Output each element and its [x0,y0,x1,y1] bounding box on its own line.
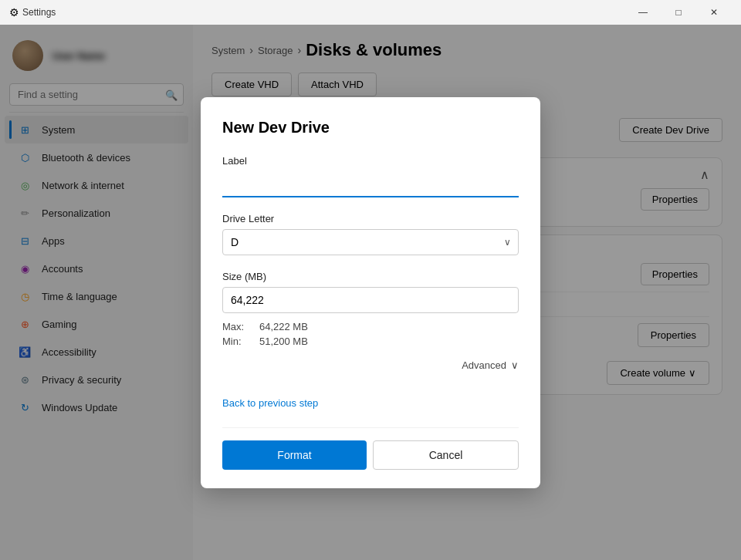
chevron-down-icon: ∨ [511,359,519,371]
back-link[interactable]: Back to previous step [222,397,318,409]
dialog-title: New Dev Drive [222,119,519,137]
drive-letter-wrapper: C D E F G ∨ [222,229,519,255]
dialog-overlay: New Dev Drive Label Drive Letter C D E F… [0,25,741,560]
minimize-button[interactable]: — [625,0,661,25]
title-bar: ⚙ Settings — □ ✕ [0,0,741,25]
label-input[interactable] [222,171,519,197]
max-value: 64,222 MB [259,321,519,332]
dialog-footer: Format Cancel [222,427,519,470]
min-label: Min: [222,336,253,347]
new-dev-drive-dialog: New Dev Drive Label Drive Letter C D E F… [201,97,540,488]
cancel-button[interactable]: Cancel [373,440,519,470]
size-limits: Max: 64,222 MB Min: 51,200 MB [222,321,519,347]
label-field-label: Label [222,155,519,167]
window-title: Settings [22,7,56,18]
maximize-button[interactable]: □ [661,0,696,25]
max-label: Max: [222,321,253,332]
size-field-label: Size (MB) [222,271,519,282]
size-input[interactable] [222,287,519,313]
format-button[interactable]: Format [222,440,367,470]
min-value: 51,200 MB [259,336,519,347]
close-button[interactable]: ✕ [696,0,732,25]
drive-letter-select[interactable]: C D E F G [222,229,519,255]
settings-icon: ⚙ [9,6,19,19]
advanced-label: Advanced [462,359,506,371]
advanced-row[interactable]: Advanced ∨ [222,359,519,371]
window-controls: — □ ✕ [625,0,732,25]
drive-letter-label: Drive Letter [222,213,519,224]
